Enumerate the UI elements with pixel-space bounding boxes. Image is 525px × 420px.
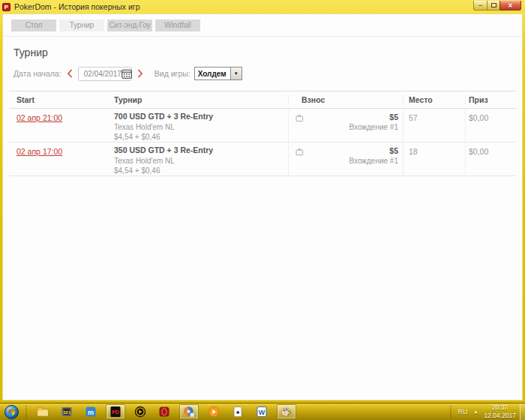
taskbar-play-app[interactable] bbox=[205, 404, 223, 419]
window-controls: – × bbox=[473, 1, 521, 10]
col-header-prize: Приз bbox=[465, 95, 516, 104]
taskbar-clock[interactable]: 20:37 12.04.2017 bbox=[484, 404, 516, 419]
folder-icon bbox=[37, 406, 49, 418]
language-indicator[interactable]: RU bbox=[458, 408, 468, 416]
game-type-select[interactable]: Холдем ▼ bbox=[194, 67, 242, 80]
taskbar-word[interactable]: W bbox=[253, 404, 271, 419]
table-row: 02 апр 17:00 350 USD GTD + 3 Re-Entry Te… bbox=[9, 142, 516, 176]
close-button[interactable]: × bbox=[500, 1, 521, 10]
taskbar-aimp[interactable] bbox=[131, 404, 149, 419]
tournament-history-table: Start Турнир Взнос Место Приз 02 апр 21:… bbox=[9, 91, 516, 176]
svg-text:W: W bbox=[259, 409, 266, 416]
place-value: 18 bbox=[403, 142, 465, 176]
taskbar-grip bbox=[26, 406, 27, 418]
game-type-label: Вид игры: bbox=[154, 69, 190, 78]
tray-grip bbox=[450, 406, 452, 418]
col-header-place: Место bbox=[403, 95, 465, 104]
game-type-value: Холдем bbox=[195, 68, 230, 80]
hidden-icons-arrow[interactable]: ▲ bbox=[474, 410, 478, 414]
tournament-buyin: $4,54 + $0,46 bbox=[114, 166, 288, 176]
pokerdom-app-icon: P bbox=[2, 3, 10, 11]
taskbar-opera[interactable] bbox=[155, 404, 173, 419]
tournament-buyin: $4,54 + $0,46 bbox=[114, 132, 288, 142]
system-tray: RU ▲ 20:37 12.04.2017 bbox=[446, 404, 525, 420]
page-title: Турнир bbox=[14, 46, 522, 58]
next-date-button[interactable] bbox=[137, 69, 143, 78]
col-header-start: Start bbox=[9, 95, 106, 104]
window-title: PokerDom - История покерных игр bbox=[14, 2, 473, 11]
place-value: 57 bbox=[403, 109, 465, 142]
dropdown-arrow-icon[interactable]: ▼ bbox=[230, 68, 242, 80]
tab-bar: Стол Турнир Сит-энд-Гоу Windfall bbox=[3, 14, 522, 37]
maxthon-icon: m bbox=[85, 406, 97, 418]
tab-turnir[interactable]: Турнир bbox=[59, 20, 104, 32]
word-icon: W bbox=[256, 406, 268, 418]
date-input[interactable]: 02/04/2017 bbox=[78, 67, 132, 81]
tournament-game: Texas Hold'em NL bbox=[114, 156, 288, 166]
table-header-row: Start Турнир Взнос Место Приз bbox=[9, 92, 516, 109]
film-player-icon: 321 bbox=[61, 406, 73, 418]
tournament-name: 350 USD GTD + 3 Re-Entry bbox=[114, 146, 288, 156]
date-value: 02/04/2017 bbox=[84, 70, 122, 78]
tournament-game: Texas Hold'em NL bbox=[114, 122, 288, 132]
entry-number: Вхождение #1 bbox=[294, 122, 398, 133]
tournament-date-link[interactable]: 02 апр 17:00 bbox=[16, 147, 62, 156]
tab-windfall[interactable]: Windfall bbox=[155, 20, 200, 32]
entry-fee: $5 bbox=[294, 146, 398, 156]
windows-logo-icon bbox=[8, 409, 15, 416]
media-center-icon bbox=[183, 406, 195, 418]
col-header-fee: Взнос bbox=[288, 95, 403, 104]
clock-time: 20:37 bbox=[484, 404, 516, 412]
tournament-name: 700 USD GTD + 3 Re-Entry bbox=[114, 112, 288, 122]
svg-text:321: 321 bbox=[63, 410, 71, 415]
taskbar-explorer[interactable] bbox=[34, 404, 52, 419]
svg-text:m: m bbox=[88, 409, 94, 416]
maximize-button[interactable] bbox=[487, 1, 500, 10]
opera-icon bbox=[158, 406, 170, 418]
chevron-left-icon bbox=[67, 69, 73, 78]
maximize-icon bbox=[491, 3, 496, 8]
playing-card-icon: ♠ bbox=[232, 406, 244, 418]
calendar-icon[interactable] bbox=[122, 69, 132, 79]
window-content: Стол Турнир Сит-энд-Гоу Windfall Турнир … bbox=[2, 14, 523, 400]
taskbar-pokerdom[interactable]: PD bbox=[106, 404, 125, 419]
col-header-tournament: Турнир bbox=[106, 95, 288, 104]
prev-date-button[interactable] bbox=[67, 69, 73, 78]
clock-date: 12.04.2017 bbox=[484, 412, 516, 420]
tab-stol[interactable]: Стол bbox=[11, 20, 56, 32]
prize-value: $0,00 bbox=[465, 109, 516, 142]
taskbar-maxthon[interactable]: m bbox=[82, 404, 100, 419]
minimize-button[interactable]: – bbox=[473, 1, 487, 10]
taskbar-media-player-classic[interactable]: 321 bbox=[58, 404, 76, 419]
entry-number: Вхождение #1 bbox=[294, 156, 398, 166]
pokerdom-icon: PD bbox=[110, 406, 122, 418]
filters-row: Дата начала: 02/04/2017 bbox=[14, 66, 522, 81]
table-row: 02 апр 21:00 700 USD GTD + 3 Re-Entry Te… bbox=[9, 109, 516, 142]
paint-palette-icon bbox=[280, 406, 292, 418]
play-icon bbox=[208, 406, 220, 418]
ticket-icon bbox=[296, 114, 304, 124]
svg-text:PD: PD bbox=[112, 410, 119, 415]
tab-sit-and-go[interactable]: Сит-энд-Гоу bbox=[107, 20, 152, 32]
entry-fee: $5 bbox=[294, 112, 398, 122]
show-desktop-button[interactable] bbox=[520, 404, 525, 420]
titlebar[interactable]: P PokerDom - История покерных игр – × bbox=[0, 0, 525, 14]
aimp-icon bbox=[134, 406, 146, 418]
taskbar-paint[interactable] bbox=[277, 404, 296, 419]
prize-value: $0,00 bbox=[465, 142, 516, 176]
taskbar: 321 m PD bbox=[0, 403, 525, 420]
taskbar-media-center[interactable] bbox=[179, 404, 199, 419]
start-button[interactable] bbox=[4, 405, 19, 419]
pokerdom-window: P PokerDom - История покерных игр – × Ст… bbox=[0, 0, 525, 403]
date-label: Дата начала: bbox=[14, 69, 62, 78]
tournament-date-link[interactable]: 02 апр 21:00 bbox=[16, 113, 62, 122]
taskbar-solitaire[interactable]: ♠ bbox=[229, 404, 247, 419]
chevron-right-icon bbox=[137, 69, 143, 78]
ticket-icon bbox=[296, 148, 304, 158]
